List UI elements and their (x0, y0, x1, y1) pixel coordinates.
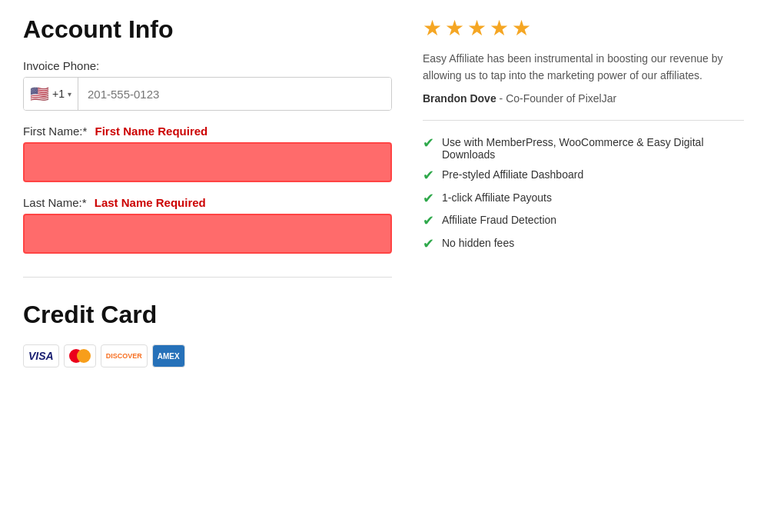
last-name-label: Last Name:* Last Name Required (23, 196, 392, 209)
page-layout: Account Info Invoice Phone: 🇺🇸 +1 ▾ Firs… (23, 15, 744, 367)
mc-yellow-circle (77, 349, 91, 363)
feature-item-1: ✔ Use with MemberPress, WooCommerce & Ea… (423, 136, 744, 161)
visa-card-icon: VISA (23, 344, 59, 367)
last-name-required-star: * (82, 196, 87, 209)
us-flag-icon: 🇺🇸 (30, 85, 49, 103)
section-divider (23, 277, 392, 278)
feature-item-5: ✔ No hidden fees (423, 237, 744, 252)
feature-list: ✔ Use with MemberPress, WooCommerce & Ea… (423, 136, 744, 252)
credit-card-title: Credit Card (23, 301, 392, 329)
card-icons-row: VISA DISCOVER AMEX (23, 344, 392, 367)
author-name: Brandon Dove (423, 92, 496, 105)
right-column: ★ ★ ★ ★ ★ Easy Affiliate has been instru… (423, 15, 744, 367)
feature-item-4: ✔ Affiliate Fraud Detection (423, 214, 744, 229)
discover-card-icon: DISCOVER (101, 344, 148, 367)
check-icon-3: ✔ (423, 191, 434, 207)
last-name-field-wrapper: Last Name:* Last Name Required (23, 196, 392, 254)
first-name-input[interactable] (23, 142, 392, 182)
phone-country-code: +1 (52, 88, 65, 100)
feature-item-2: ✔ Pre-styled Affiliate Dashboard (423, 168, 744, 184)
right-divider (423, 120, 744, 121)
first-name-label: First Name:* First Name Required (23, 125, 392, 138)
feature-text-5: No hidden fees (442, 237, 514, 249)
phone-country-selector[interactable]: 🇺🇸 +1 ▾ (24, 78, 78, 110)
check-icon-4: ✔ (423, 214, 434, 229)
star-2: ★ (445, 15, 464, 41)
credit-card-section: Credit Card VISA DISCOVER AMEX (23, 301, 392, 367)
phone-input[interactable] (78, 78, 391, 110)
star-4: ★ (490, 15, 509, 41)
check-icon-5: ✔ (423, 237, 434, 252)
check-icon-1: ✔ (423, 136, 434, 151)
mastercard-icon (64, 344, 96, 367)
star-5: ★ (512, 15, 531, 41)
star-3: ★ (467, 15, 486, 41)
star-1: ★ (423, 15, 442, 41)
testimonial-text: Easy Affiliate has been instrumental in … (423, 50, 744, 85)
amex-card-icon: AMEX (152, 344, 185, 367)
feature-text-3: 1-click Affiliate Payouts (442, 191, 552, 204)
first-name-required-star: * (83, 125, 88, 138)
feature-item-3: ✔ 1-click Affiliate Payouts (423, 191, 744, 207)
last-name-input[interactable] (23, 214, 392, 254)
star-rating: ★ ★ ★ ★ ★ (423, 15, 744, 41)
feature-text-4: Affiliate Fraud Detection (442, 214, 556, 226)
author-role: - (500, 92, 506, 105)
first-name-field-wrapper: First Name:* First Name Required (23, 125, 392, 182)
testimonial-author: Brandon Dove - Co-Founder of PixelJar (423, 92, 744, 105)
account-info-title: Account Info (23, 15, 392, 44)
feature-text-1: Use with MemberPress, WooCommerce & Easy… (442, 136, 744, 161)
feature-text-2: Pre-styled Affiliate Dashboard (442, 168, 583, 181)
phone-label: Invoice Phone: (23, 59, 392, 72)
first-name-error: First Name Required (95, 125, 208, 138)
check-icon-2: ✔ (423, 168, 434, 184)
last-name-error: Last Name Required (95, 196, 206, 209)
phone-field-wrapper: 🇺🇸 +1 ▾ (23, 77, 392, 111)
left-column: Account Info Invoice Phone: 🇺🇸 +1 ▾ Firs… (23, 15, 392, 367)
chevron-down-icon: ▾ (68, 90, 71, 98)
